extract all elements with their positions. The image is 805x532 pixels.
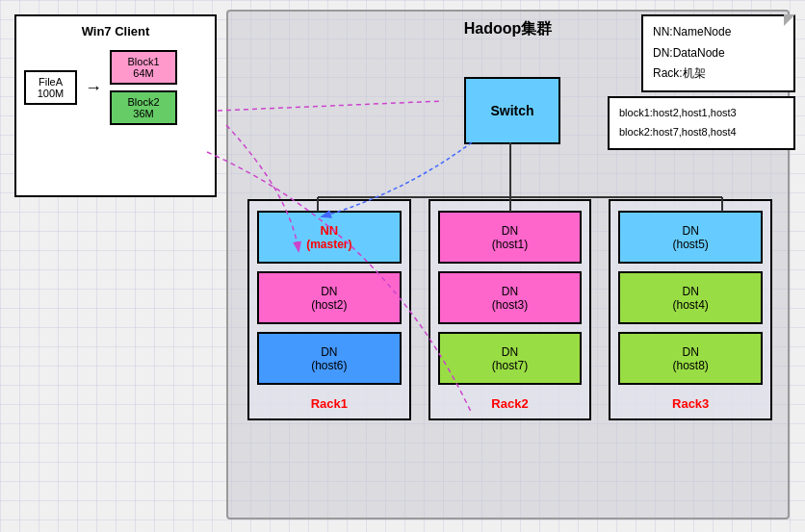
block2-box: Block236M <box>110 90 177 125</box>
rack2-node1: DN(host1) <box>438 211 583 264</box>
legend1-line3: Rack:机架 <box>653 63 784 85</box>
rack1-node3: DN(host6) <box>257 332 402 385</box>
racks-row: NN (master) DN(host2) DN(host6) Rack1 DN… <box>247 199 772 420</box>
win7-inner: FileA100M → Block164M Block236M <box>24 50 207 125</box>
rack3-node3: DN(host8) <box>618 332 763 385</box>
switch-label: Switch <box>490 103 533 118</box>
blocks-col: Block164M Block236M <box>110 50 177 125</box>
legend2-line2: block2:host7,host8,host4 <box>619 123 784 142</box>
rack1: NN (master) DN(host2) DN(host6) Rack1 <box>247 199 411 420</box>
rack2-node2: DN(host3) <box>438 271 583 324</box>
file-box: FileA100M <box>24 70 77 105</box>
switch-node: Switch <box>464 77 560 144</box>
win7-title: Win7 Client <box>24 24 207 38</box>
nn-master-label: (master) <box>306 238 351 251</box>
legend1-line2: DN:DataNode <box>653 43 784 64</box>
rack2-node3: DN(host7) <box>438 332 583 385</box>
rack1-label: Rack1 <box>257 396 402 411</box>
rack1-node2: DN(host2) <box>257 271 402 324</box>
rack3-node2: DN(host4) <box>618 271 763 324</box>
block1-box: Block164M <box>110 50 177 85</box>
rack2-label: Rack2 <box>438 396 583 411</box>
rack2: DN(host1) DN(host3) DN(host7) Rack2 <box>428 199 592 420</box>
legend-box1: NN:NameNode DN:DataNode Rack:机架 <box>641 14 795 92</box>
legend-box2: block1:host2,host1,host3 block2:host7,ho… <box>608 96 795 150</box>
rack3: DN(host5) DN(host4) DN(host8) Rack3 <box>609 199 772 420</box>
legend2-line1: block1:host2,host1,host3 <box>619 104 784 123</box>
rack1-node1: NN (master) <box>257 211 402 264</box>
win7-client-box: Win7 Client FileA100M → Block164M Block2… <box>14 14 217 197</box>
rack3-label: Rack3 <box>618 396 763 411</box>
rack3-node1: DN(host5) <box>618 211 763 264</box>
legend1-line1: NN:NameNode <box>653 22 784 43</box>
arrow-area: → <box>85 78 102 98</box>
nn-label: NN <box>320 223 338 238</box>
